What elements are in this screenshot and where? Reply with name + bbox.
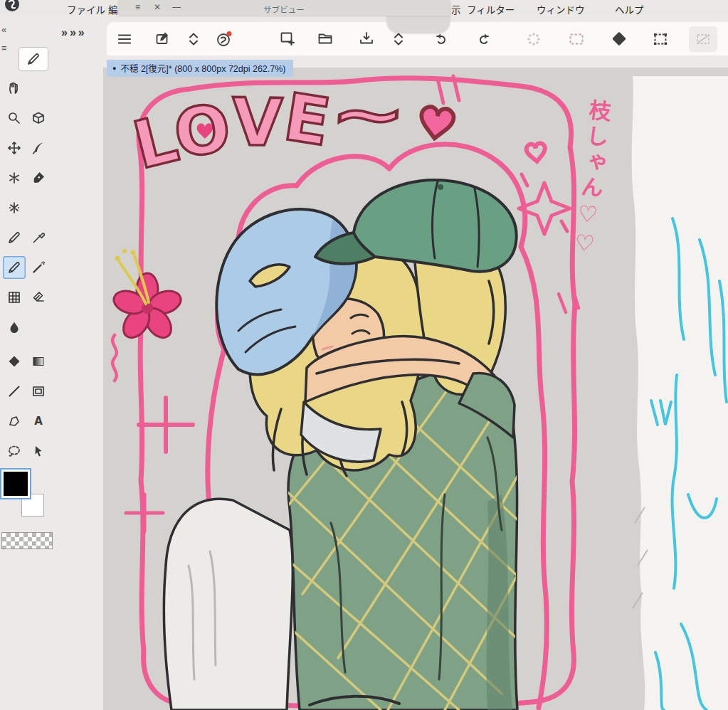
- tool-object[interactable]: [27, 107, 50, 129]
- tool-quill[interactable]: [27, 137, 50, 159]
- tool-blend[interactable]: [3, 316, 26, 339]
- open-file-button[interactable]: [314, 27, 338, 51]
- shape-select-button[interactable]: [607, 27, 631, 51]
- tool-move[interactable]: [3, 137, 26, 159]
- tool-frame[interactable]: [27, 380, 50, 403]
- panel-expand-chevrons[interactable]: »»»: [61, 26, 87, 39]
- canvas-area[interactable]: L O V E ~ 枝しゃん♡♡: [103, 68, 728, 710]
- menu-file[interactable]: ファイル: [67, 2, 105, 16]
- tool-eyedropper[interactable]: [27, 226, 50, 249]
- unsaved-indicator: ●: [112, 65, 116, 72]
- marquee-icon: [568, 31, 585, 48]
- gradient-icon: [31, 354, 46, 369]
- tool-eraser[interactable]: [27, 286, 50, 309]
- magnifier-icon: [7, 111, 21, 125]
- hearts: [197, 105, 547, 162]
- frame-icon: [31, 384, 46, 398]
- subview-panel-titlebar[interactable]: ≡ ✕ — サブビュー: [118, 0, 450, 16]
- primary-color-swatch[interactable]: [1, 470, 30, 498]
- pen-nib-icon: [31, 171, 46, 185]
- pen-window-icon: [155, 31, 172, 48]
- tool-gradient[interactable]: [27, 350, 50, 373]
- white-shirt: [164, 499, 292, 710]
- transform-icon: [652, 31, 669, 48]
- clip-studio-app-button[interactable]: [212, 27, 236, 51]
- save-export-button[interactable]: [354, 27, 379, 51]
- clip-studio-icon: [216, 31, 233, 48]
- hamburger-icon: [116, 31, 133, 48]
- tool-hand[interactable]: [3, 77, 26, 100]
- eraser-icon: [31, 290, 46, 304]
- current-subtool-box[interactable]: [19, 47, 48, 71]
- pencil-icon: [7, 231, 21, 245]
- menu-view-partial[interactable]: 示: [451, 2, 461, 16]
- menu-help[interactable]: ヘルプ: [615, 2, 644, 16]
- tool-pencil[interactable]: [3, 226, 26, 249]
- tool-zoom[interactable]: [3, 107, 26, 129]
- paper-edge: [632, 76, 728, 710]
- airbrush-icon: [31, 260, 46, 275]
- chevrons-updown-icon: [185, 31, 202, 48]
- star-brush-icon: [7, 171, 21, 185]
- tool-decoration-brush[interactable]: [3, 196, 26, 219]
- polygon-icon: [7, 414, 21, 428]
- transparent-color-swatch[interactable]: [1, 532, 53, 549]
- lasso-icon: [7, 444, 21, 458]
- document-tab-label: 不穏 2[復元]* (800 x 800px 72dpi 262.7%): [120, 61, 285, 75]
- line-icon: [7, 384, 21, 398]
- tool-pencil-2-selected[interactable]: [3, 256, 26, 279]
- cursor-arrow-icon: [31, 444, 46, 458]
- hand-icon: [7, 81, 21, 95]
- diamond-icon: [7, 354, 21, 369]
- move-icon: [7, 141, 21, 155]
- panel-strip-menu-icon[interactable]: ≡: [1, 43, 7, 53]
- pencil-icon: [7, 260, 21, 275]
- eyedropper-icon: [31, 231, 46, 245]
- text-icon: A: [31, 414, 46, 428]
- tool-fill-grid[interactable]: [3, 286, 26, 309]
- tool-star-brush[interactable]: [3, 166, 26, 189]
- pen-settings-button[interactable]: [152, 27, 176, 51]
- selection-extra-button[interactable]: [689, 26, 717, 52]
- svg-text:A: A: [34, 415, 43, 428]
- document-tab[interactable]: ● 不穏 2[復元]* (800 x 800px 72dpi 262.7%): [107, 60, 293, 77]
- tool-pen[interactable]: [27, 166, 50, 189]
- hamburger-menu-button[interactable]: [112, 27, 137, 51]
- redo-icon: [475, 31, 492, 48]
- new-canvas-icon: [280, 31, 297, 48]
- panel-collapse-icon[interactable]: «: [1, 24, 6, 35]
- notification-dot: [227, 31, 232, 36]
- menu-window[interactable]: ウィンドウ: [537, 2, 585, 16]
- menu-filter[interactable]: フィルター: [467, 2, 515, 16]
- subview-panel-title: サブビュー: [118, 4, 450, 15]
- current-brush-icon: [26, 52, 41, 66]
- quill-icon: [31, 141, 46, 155]
- folder-icon: [317, 31, 334, 48]
- marquee-select-button[interactable]: [564, 27, 589, 51]
- panel-toggle-button[interactable]: [181, 27, 206, 51]
- selection-disabled-icon: [695, 31, 712, 48]
- new-canvas-button[interactable]: [276, 27, 300, 51]
- chevrons-updown-icon-2: [390, 31, 407, 48]
- tool-lasso[interactable]: [3, 440, 26, 462]
- droplet-icon: [7, 320, 21, 334]
- tool-figure[interactable]: [3, 350, 26, 373]
- decoration-brush-icon: [7, 201, 21, 215]
- menu-edit[interactable]: 編: [108, 2, 118, 16]
- tool-airbrush[interactable]: [27, 256, 50, 279]
- transform-frame-button[interactable]: [648, 27, 672, 51]
- characters: [164, 180, 552, 710]
- redo-button[interactable]: [472, 27, 496, 51]
- tool-line[interactable]: [3, 380, 26, 403]
- artwork-drawing: [103, 68, 728, 710]
- undo-icon: [433, 31, 450, 48]
- flower: [111, 249, 184, 342]
- tool-text[interactable]: A: [27, 410, 50, 433]
- processing-indicator-button[interactable]: [522, 27, 546, 51]
- diamond-shape-icon: [611, 31, 628, 48]
- export-icon: [358, 31, 375, 48]
- tool-polyline[interactable]: [3, 410, 26, 433]
- app-logo-icon[interactable]: [1, 0, 23, 16]
- tool-operation[interactable]: [27, 440, 50, 462]
- grid-icon: [7, 290, 21, 304]
